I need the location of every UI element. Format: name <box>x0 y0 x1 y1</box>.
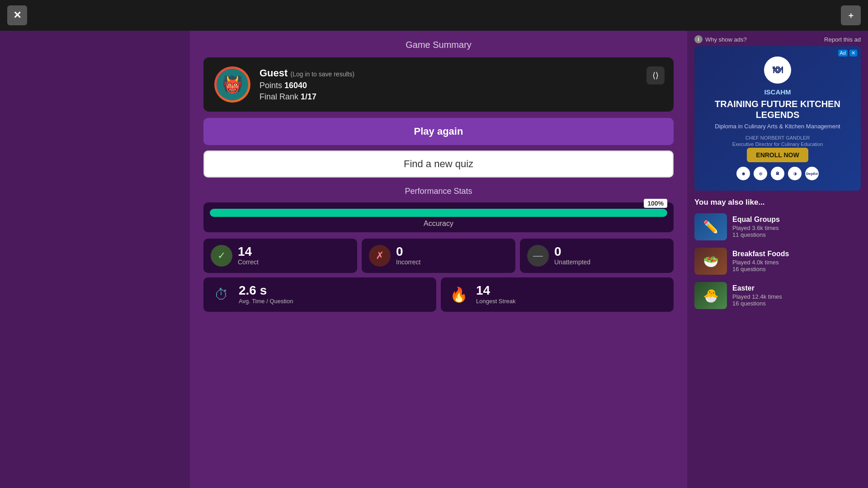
stat-unattempted-info: 0 Unattempted <box>554 245 590 266</box>
quiz-item-breakfast[interactable]: 🥗 Breakfast Foods Played 4.0k times 16 q… <box>694 248 861 275</box>
quiz-item-equal-groups[interactable]: ✏️ Equal Groups Played 3.6k times 11 que… <box>694 213 861 240</box>
avatar: 👹 <box>214 66 250 103</box>
close-button[interactable]: ✕ <box>7 5 27 25</box>
find-quiz-button[interactable]: Find a new quiz <box>203 150 674 178</box>
accuracy-bar-wrapper: 100% <box>210 209 667 217</box>
correct-label: Correct <box>238 258 259 266</box>
streak-value: 14 <box>476 284 515 297</box>
time-info: 2.6 s Avg. Time / Question <box>239 284 293 305</box>
time-value: 2.6 s <box>239 284 293 297</box>
ads-info: i Why show ads? <box>694 35 747 43</box>
quiz-questions-equal-groups: 11 questions <box>732 231 780 238</box>
player-info: Guest (Log in to save results) Points 16… <box>259 67 663 102</box>
left-panel <box>0 31 190 488</box>
play-again-button[interactable]: Play again <box>203 118 674 145</box>
time-label: Avg. Time / Question <box>239 298 293 305</box>
quiz-info-breakfast: Breakfast Foods Played 4.0k times 16 que… <box>732 250 789 272</box>
ad-badge-label: Ad <box>838 50 848 56</box>
stat-incorrect-info: 0 Incorrect <box>396 245 420 266</box>
fire-icon: 🔥 <box>448 284 470 305</box>
player-name: Guest (Log in to save results) <box>259 67 663 79</box>
ad-close-icon[interactable]: ✕ <box>849 50 857 56</box>
quiz-played-easter: Played 12.4k times <box>732 293 782 300</box>
quiz-name-easter: Easter <box>732 284 782 292</box>
avatar-inner: 👹 <box>217 69 248 100</box>
stat-card-streak: 🔥 14 Longest Streak <box>441 277 674 312</box>
quiz-questions-breakfast: 16 questions <box>732 266 789 272</box>
ad-logo-small-5: DepEd <box>805 167 819 180</box>
unattempted-icon: — <box>527 245 549 267</box>
ad-chef-name: CHEF NORBERT GANDLER <box>745 135 810 141</box>
quiz-item-easter[interactable]: 🐣 Easter Played 12.4k times 16 questions <box>694 282 861 309</box>
right-panel: i Why show ads? Report this ad Ad ✕ 🍽 IS… <box>687 31 868 488</box>
incorrect-label: Incorrect <box>396 258 420 266</box>
game-summary-title: Game Summary <box>203 40 674 50</box>
center-panel: Game Summary 👹 Guest (Log in to save res… <box>190 31 687 488</box>
accuracy-label: Accuracy <box>210 220 667 228</box>
quiz-thumb-multiplication: ✏️ <box>694 213 727 240</box>
unattempted-label: Unattempted <box>554 258 590 266</box>
ad-headline: TRAINING FUTURE KITCHEN LEGENDS <box>703 99 852 120</box>
top-bar: ✕ ＋ <box>0 0 868 31</box>
stat-correct-info: 14 Correct <box>238 245 259 266</box>
ads-header: i Why show ads? Report this ad <box>694 35 861 43</box>
login-link[interactable]: (Log in to save results) <box>290 70 354 78</box>
incorrect-icon: ✗ <box>369 245 391 267</box>
ad-logo-small-3: 🏛 <box>771 167 784 180</box>
quiz-info-easter: Easter Played 12.4k times 16 questions <box>732 284 782 307</box>
ad-logo: 🍽 <box>764 56 791 84</box>
stats-grid: ✓ 14 Correct ✗ 0 Incorrect — 0 Unattempt… <box>203 239 674 273</box>
timer-icon: ⏱ <box>211 284 232 305</box>
correct-value: 14 <box>238 245 259 258</box>
quiz-thumb-breakfast: 🥗 <box>694 248 727 275</box>
ad-chef-title: Executive Director for Culinary Educatio… <box>732 141 823 147</box>
ad-cta-button[interactable]: ENROLL NOW <box>747 148 808 162</box>
why-ads-label[interactable]: Why show ads? <box>705 36 747 43</box>
streak-info: 14 Longest Streak <box>476 284 515 305</box>
accuracy-container: 100% Accuracy <box>203 202 674 232</box>
ad-logo-small-4: ◑ <box>788 167 802 180</box>
stat-card-correct: ✓ 14 Correct <box>203 239 357 273</box>
also-like-title: You may also like... <box>694 198 861 207</box>
accuracy-bar-fill <box>210 209 667 217</box>
stat-card-time: ⏱ 2.6 s Avg. Time / Question <box>203 277 436 312</box>
player-rank: Final Rank 1/17 <box>259 92 663 102</box>
ad-banner: Ad ✕ 🍽 ISCAHM TRAINING FUTURE KITCHEN LE… <box>694 46 861 191</box>
unattempted-value: 0 <box>554 245 590 258</box>
quiz-played-breakfast: Played 4.0k times <box>732 259 789 266</box>
stat-card-incorrect: ✗ 0 Incorrect <box>362 239 515 273</box>
ad-school-name: ISCAHM <box>764 88 791 96</box>
player-points: Points 16040 <box>259 81 663 90</box>
accuracy-bar-bg <box>210 209 667 217</box>
quiz-name-breakfast: Breakfast Foods <box>732 250 789 258</box>
ad-subline: Diploma in Culinary Arts & Kitchen Manag… <box>715 123 840 130</box>
ad-logo-small-2: ◎ <box>754 167 767 180</box>
info-icon: i <box>694 35 703 43</box>
quiz-questions-easter: 16 questions <box>732 300 782 307</box>
ad-logo-small-1: ◉ <box>736 167 750 180</box>
performance-stats-title: Performance Stats <box>203 187 674 196</box>
bottom-stats-grid: ⏱ 2.6 s Avg. Time / Question 🔥 14 Longes… <box>203 277 674 312</box>
player-card: 👹 Guest (Log in to save results) Points … <box>203 57 674 112</box>
quiz-info-equal-groups: Equal Groups Played 3.6k times 11 questi… <box>732 216 780 238</box>
expand-button[interactable]: ＋ <box>841 5 861 25</box>
accuracy-percentage: 100% <box>644 199 667 208</box>
points-value: 16040 <box>284 81 307 90</box>
main-layout: Game Summary 👹 Guest (Log in to save res… <box>0 31 868 488</box>
correct-icon: ✓ <box>211 245 232 267</box>
rank-value: 1/17 <box>301 92 316 101</box>
quiz-played-equal-groups: Played 3.6k times <box>732 225 780 231</box>
report-ad-link[interactable]: Report this ad <box>824 36 861 43</box>
ad-logos: ◉ ◎ 🏛 ◑ DepEd <box>736 167 819 180</box>
quiz-name-equal-groups: Equal Groups <box>732 216 780 224</box>
quiz-thumb-easter: 🐣 <box>694 282 727 309</box>
share-button[interactable]: ⟨⟩ <box>646 66 665 84</box>
ad-badge: Ad ✕ <box>838 50 857 56</box>
streak-label: Longest Streak <box>476 298 515 305</box>
incorrect-value: 0 <box>396 245 420 258</box>
stat-card-unattempted: — 0 Unattempted <box>520 239 674 273</box>
